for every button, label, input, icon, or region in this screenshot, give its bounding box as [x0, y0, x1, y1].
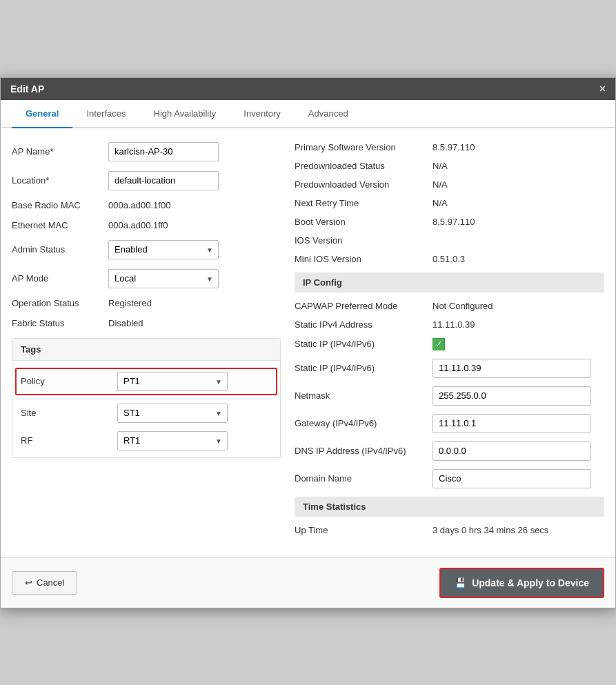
- tab-inventory[interactable]: Inventory: [230, 100, 294, 128]
- site-select-wrap: ST1 ▼: [117, 404, 228, 423]
- rf-select[interactable]: RT1: [117, 431, 228, 450]
- base-radio-mac-label: Base Radio MAC: [12, 200, 108, 210]
- netmask-label: Netmask: [295, 390, 433, 401]
- static-ip-input-row: Static IP (IPv4/IPv6): [295, 359, 604, 378]
- uptime-label: Up Time: [295, 525, 433, 535]
- ap-mode-select-wrap: Local FlexConnect Monitor Sniffer ▼: [108, 269, 219, 288]
- uptime-value: 3 days 0 hrs 34 mins 26 secs: [433, 525, 548, 535]
- capwap-row: CAPWAP Preferred Mode Not Configured: [295, 301, 604, 311]
- policy-select-wrap: PT1 ▼: [117, 372, 228, 391]
- rf-label: RF: [21, 435, 117, 446]
- tab-general[interactable]: General: [12, 100, 72, 128]
- primary-sw-row: Primary Software Version 8.5.97.110: [295, 142, 604, 152]
- close-icon[interactable]: ×: [599, 83, 606, 95]
- dns-label: DNS IP Address (IPv4/IPv6): [295, 446, 433, 456]
- ap-name-row: AP Name*: [12, 142, 281, 161]
- next-retry-value: N/A: [433, 198, 448, 208]
- right-panel: Primary Software Version 8.5.97.110 Pred…: [295, 142, 604, 544]
- tags-body: Policy PT1 ▼ Site ST1: [12, 361, 280, 457]
- netmask-row: Netmask: [295, 386, 604, 406]
- primary-sw-label: Primary Software Version: [295, 142, 433, 152]
- mini-ios-version-value: 0.51.0.3: [433, 254, 465, 264]
- modal-footer: ↩ Cancel 💾 Update & Apply to Device: [1, 557, 615, 608]
- ios-version-row: IOS Version: [295, 235, 604, 246]
- static-ip-input[interactable]: [433, 359, 591, 378]
- admin-status-select[interactable]: Enabled Disabled: [108, 240, 219, 259]
- tab-advanced[interactable]: Advanced: [295, 100, 362, 128]
- base-radio-mac-row: Base Radio MAC 000a.ad00.1f00: [12, 200, 281, 210]
- fabric-status-label: Fabric Status: [12, 318, 108, 328]
- predownloaded-status-label: Predownloaded Status: [295, 161, 433, 171]
- location-input[interactable]: [108, 171, 219, 190]
- next-retry-label: Next Retry Time: [295, 198, 433, 208]
- left-panel: AP Name* Location* Base Radio MAC 000a.a…: [12, 142, 281, 544]
- mini-ios-version-label: Mini IOS Version: [295, 254, 433, 264]
- ap-name-input[interactable]: [108, 142, 219, 161]
- ap-name-label: AP Name*: [12, 146, 108, 157]
- static-ipv4-label: Static IPv4 Address: [295, 319, 433, 330]
- capwap-value: Not Configured: [433, 301, 493, 311]
- ios-version-label: IOS Version: [295, 235, 433, 246]
- ap-mode-label: AP Mode: [12, 273, 108, 284]
- save-icon: 💾: [455, 577, 466, 588]
- location-label: Location*: [12, 175, 108, 186]
- modal-header: Edit AP ×: [1, 78, 615, 100]
- static-ip-checkbox[interactable]: ✓: [433, 338, 445, 350]
- predownloaded-status-value: N/A: [433, 161, 448, 171]
- admin-status-row: Admin Status Enabled Disabled ▼: [12, 240, 281, 259]
- operation-status-label: Operation Status: [12, 298, 108, 308]
- tags-section: Tags Policy PT1 ▼ Site: [12, 338, 281, 458]
- policy-row: Policy PT1 ▼: [15, 368, 277, 395]
- gateway-label: Gateway (IPv4/IPv6): [295, 418, 433, 428]
- capwap-label: CAPWAP Preferred Mode: [295, 301, 433, 311]
- static-ip-input-label: Static IP (IPv4/IPv6): [295, 363, 433, 373]
- edit-ap-modal: Edit AP × General Interfaces High Availa…: [0, 77, 616, 608]
- tab-high-availability[interactable]: High Availability: [140, 100, 230, 128]
- static-ip-toggle-row: Static IP (IPv4/IPv6) ✓: [295, 338, 604, 350]
- site-row: Site ST1 ▼: [21, 404, 272, 423]
- domain-row: Domain Name: [295, 469, 604, 488]
- predownloaded-version-row: Predownloaded Version N/A: [295, 179, 604, 190]
- next-retry-row: Next Retry Time N/A: [295, 198, 604, 208]
- cancel-icon: ↩: [25, 577, 32, 588]
- fabric-status-row: Fabric Status Disabled: [12, 318, 281, 328]
- predownloaded-version-value: N/A: [433, 179, 448, 190]
- static-ipv4-row: Static IPv4 Address 11.11.0.39: [295, 319, 604, 330]
- tab-interfaces[interactable]: Interfaces: [72, 100, 139, 128]
- predownloaded-status-row: Predownloaded Status N/A: [295, 161, 604, 171]
- update-label: Update & Apply to Device: [472, 577, 589, 588]
- policy-label: Policy: [21, 376, 117, 386]
- domain-input[interactable]: [433, 469, 591, 488]
- admin-status-select-wrap: Enabled Disabled ▼: [108, 240, 219, 259]
- tab-bar: General Interfaces High Availability Inv…: [1, 100, 615, 128]
- location-row: Location*: [12, 171, 281, 190]
- site-label: Site: [21, 408, 117, 418]
- netmask-input[interactable]: [433, 386, 591, 406]
- tags-header: Tags: [12, 339, 280, 361]
- cancel-button[interactable]: ↩ Cancel: [12, 571, 77, 595]
- ap-mode-row: AP Mode Local FlexConnect Monitor Sniffe…: [12, 269, 281, 288]
- rf-select-wrap: RT1 ▼: [117, 431, 228, 450]
- fabric-status-value: Disabled: [108, 318, 143, 328]
- ethernet-mac-value: 000a.ad00.1ff0: [108, 220, 168, 230]
- time-stats-header: Time Statistics: [295, 497, 604, 517]
- modal-body: AP Name* Location* Base Radio MAC 000a.a…: [1, 128, 615, 557]
- dns-input[interactable]: [433, 441, 591, 461]
- ip-config-header: IP Config: [295, 272, 604, 292]
- ap-mode-select[interactable]: Local FlexConnect Monitor Sniffer: [108, 269, 219, 288]
- update-apply-button[interactable]: 💾 Update & Apply to Device: [439, 568, 604, 598]
- uptime-row: Up Time 3 days 0 hrs 34 mins 26 secs: [295, 525, 604, 535]
- policy-select[interactable]: PT1: [117, 372, 228, 391]
- modal-title: Edit AP: [10, 83, 44, 95]
- gateway-input[interactable]: [433, 414, 591, 433]
- domain-label: Domain Name: [295, 473, 433, 484]
- boot-version-value: 8.5.97.110: [433, 217, 475, 227]
- predownloaded-version-label: Predownloaded Version: [295, 179, 433, 190]
- site-select[interactable]: ST1: [117, 404, 228, 423]
- primary-sw-value: 8.5.97.110: [433, 142, 475, 152]
- cancel-label: Cancel: [37, 577, 64, 588]
- base-radio-mac-value: 000a.ad00.1f00: [108, 200, 170, 210]
- mini-ios-version-row: Mini IOS Version 0.51.0.3: [295, 254, 604, 264]
- rf-row: RF RT1 ▼: [21, 431, 272, 450]
- operation-status-value: Registered: [108, 298, 152, 308]
